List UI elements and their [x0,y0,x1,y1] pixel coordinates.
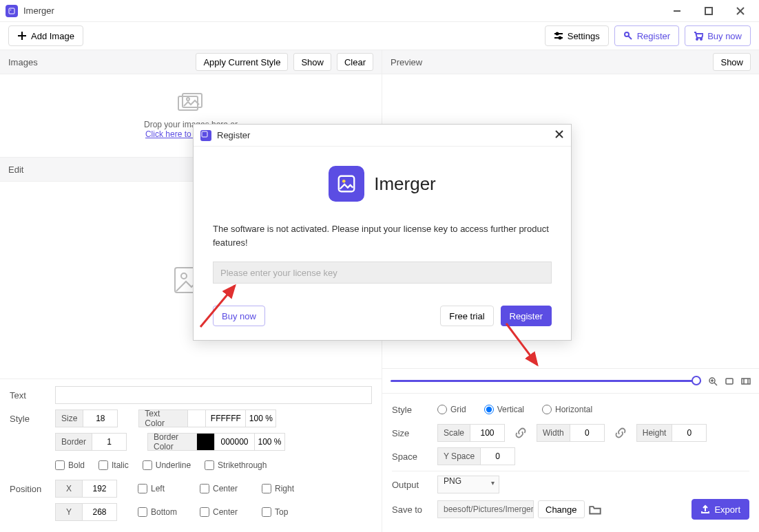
svg-point-18 [187,98,189,100]
buy-now-label: Buy now [707,31,742,41]
license-key-input[interactable] [213,262,552,284]
scale-input[interactable] [470,424,505,442]
style-grid-radio[interactable]: Grid [437,405,466,414]
svg-point-20 [181,273,187,279]
align-right-checkbox[interactable]: Right [262,484,294,493]
svg-point-15 [700,39,702,40]
apply-style-button[interactable]: Apply Current Style [196,53,288,71]
italic-checkbox[interactable]: Italic [98,460,129,470]
register-label: Register [637,31,670,41]
svg-line-22 [714,383,717,385]
zoom-in-icon[interactable] [708,376,718,386]
maximize-button[interactable] [693,0,725,22]
free-trial-button[interactable]: Free trial [440,306,493,326]
text-style-panel: Text Style Size Text Color [0,379,382,532]
add-image-button[interactable]: Add Image [8,25,83,46]
close-button[interactable] [725,0,756,22]
change-path-button[interactable]: Change [538,500,585,518]
align-hcenter-checkbox[interactable]: Center [200,484,248,493]
svg-point-33 [342,180,346,183]
link-icon[interactable] [514,427,527,439]
strikethrough-checkbox[interactable]: Strikethrough [205,460,267,470]
show-images-button[interactable]: Show [293,53,331,71]
space-label: Space [392,451,433,462]
border-color-field: Border Color [147,433,285,451]
key-icon [623,31,633,41]
style-label: Style [10,414,51,424]
width-input[interactable] [570,424,605,442]
preview-title: Preview [391,57,422,67]
svg-point-11 [559,37,561,39]
clear-images-button[interactable]: Clear [337,53,373,71]
modal-register-button[interactable]: Register [501,306,552,326]
actual-size-icon[interactable] [741,376,751,386]
modal-title: Register [217,130,250,140]
activation-message: The software is not activated. Please in… [213,222,552,249]
settings-button[interactable]: Settings [545,25,609,46]
text-input[interactable] [55,386,372,404]
text-color-opacity[interactable] [246,409,276,427]
modal-close-button[interactable] [554,129,564,141]
modal-buy-now-button[interactable]: Buy now [213,306,265,326]
images-stack-icon [177,92,205,113]
brand-logo-icon [329,166,364,202]
underline-checkbox[interactable]: Underline [143,460,191,470]
height-input[interactable] [672,424,707,442]
topbar: Add Image Settings Register Buy now [0,22,759,50]
size-input[interactable] [83,409,118,427]
svg-rect-25 [726,379,733,384]
output-select[interactable]: PNG [437,476,499,493]
style-horizontal-radio[interactable]: Horizontal [542,405,592,414]
zoom-controls [382,368,759,393]
x-input[interactable] [83,480,117,498]
bold-checkbox[interactable]: Bold [55,460,85,470]
show-preview-button[interactable]: Show [713,53,751,71]
plus-icon [17,31,27,41]
sliders-icon [554,31,563,41]
preview-header: Preview Show [382,50,759,74]
brand-name: Imerger [374,173,436,195]
border-color-input[interactable] [215,433,255,451]
align-top-checkbox[interactable]: Top [262,507,288,517]
titlebar: Imerger [0,0,759,22]
y-input[interactable] [83,503,117,521]
save-path: beesoft/Pictures/Imerger [437,500,534,518]
border-color-swatch[interactable] [197,433,215,451]
save-to-label: Save to [392,504,433,515]
style-vertical-radio[interactable]: Vertical [484,405,524,414]
app-title: Imerger [23,6,661,16]
close-icon [554,129,564,139]
position-label: Position [10,484,51,494]
register-button[interactable]: Register [614,25,679,46]
zoom-slider[interactable] [391,380,701,382]
svg-rect-26 [742,379,750,384]
yspace-input[interactable] [481,447,515,465]
text-label: Text [10,390,51,401]
text-color-input[interactable] [206,409,246,427]
text-color-field: Text Color [138,409,276,427]
app-icon [6,5,18,17]
layout-panel: Style Grid Vertical Horizontal Size Scal… [382,393,759,532]
images-header: Images Apply Current Style Show Clear [0,50,382,74]
border-input[interactable] [92,433,127,451]
size-field: Size [55,409,118,427]
minimize-button[interactable] [661,0,693,22]
align-bottom-checkbox[interactable]: Bottom [138,507,186,517]
svg-rect-29 [202,131,207,137]
link-icon[interactable] [614,427,627,439]
text-color-swatch[interactable] [188,409,206,427]
folder-icon[interactable] [589,503,601,515]
svg-point-14 [696,39,698,40]
align-left-checkbox[interactable]: Left [138,484,186,493]
align-vcenter-checkbox[interactable]: Center [200,507,248,517]
fit-icon[interactable] [725,376,734,386]
images-title: Images [8,57,38,67]
export-icon [700,504,710,514]
svg-rect-0 [9,8,14,14]
modal-app-icon [200,130,211,141]
buy-now-button[interactable]: Buy now [685,25,751,46]
export-button[interactable]: Export [692,499,749,520]
settings-label: Settings [568,31,600,41]
border-color-opacity[interactable] [255,433,285,451]
edit-title: Edit [8,164,23,175]
